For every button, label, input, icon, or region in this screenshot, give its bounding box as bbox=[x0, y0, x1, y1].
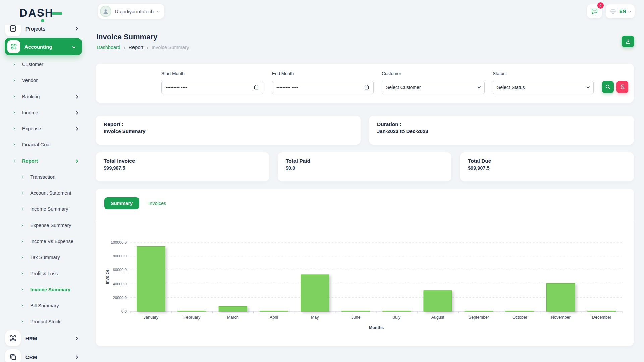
svg-text:April: April bbox=[270, 315, 278, 320]
sidebar-item-label: Tax Summary bbox=[30, 255, 78, 260]
customer-select[interactable]: Select Customer bbox=[382, 81, 485, 94]
apply-filter-button[interactable] bbox=[602, 81, 614, 93]
bullet-icon bbox=[21, 224, 24, 227]
end-month-input[interactable]: --------- ---- bbox=[272, 81, 374, 94]
sidebar-item-hrm[interactable]: HRM bbox=[0, 330, 87, 346]
company-selector[interactable]: Rajodiya infotech bbox=[98, 4, 164, 19]
bullet-icon bbox=[13, 63, 16, 66]
sidebar-item-label: Product Stock bbox=[30, 319, 78, 324]
sidebar: DASH ProjectsAccountingCustomerVendorBan… bbox=[0, 0, 87, 362]
customer-label: Customer bbox=[382, 71, 401, 76]
sidebar-item-accounting[interactable]: Accounting bbox=[5, 38, 82, 55]
sidebar-item-income-vs-expense[interactable]: Income Vs Expense bbox=[0, 233, 87, 249]
invoice-bar-chart: 0.020000.040000.060000.080000.0100000.0J… bbox=[104, 234, 627, 339]
chevron-right-icon bbox=[75, 337, 78, 340]
notifications-button[interactable]: 0 bbox=[587, 4, 602, 18]
logo-dot-icon bbox=[41, 19, 44, 22]
grid-plus-icon bbox=[10, 43, 17, 50]
sidebar-item-label: Expense bbox=[22, 126, 70, 131]
clear-filter-icon bbox=[620, 84, 625, 90]
sidebar-item-projects[interactable]: Projects bbox=[0, 25, 87, 37]
sidebar-item-income-summary[interactable]: Income Summary bbox=[0, 201, 87, 217]
sidebar-item-tax-summary[interactable]: Tax Summary bbox=[0, 249, 87, 265]
sidebar-item-label: Income bbox=[22, 110, 70, 115]
chevron-right-icon bbox=[75, 111, 78, 114]
svg-text:July: July bbox=[393, 315, 401, 320]
status-select-value: Select Status bbox=[497, 85, 525, 90]
total-invoice-label: Total Invoice bbox=[104, 158, 261, 164]
sidebar-item-label: Banking bbox=[22, 94, 70, 99]
sidebar-item-label: CRM bbox=[25, 354, 71, 360]
svg-text:June: June bbox=[351, 315, 360, 320]
sidebar-item-expense-summary[interactable]: Expense Summary bbox=[0, 217, 87, 233]
svg-text:October: October bbox=[512, 315, 527, 320]
svg-text:Months: Months bbox=[369, 325, 384, 330]
end-month-value: --------- ---- bbox=[276, 85, 298, 90]
people-icon bbox=[9, 334, 17, 342]
start-month-value: --------- ---- bbox=[166, 85, 187, 90]
svg-text:November: November bbox=[551, 315, 571, 320]
chevron-right-icon bbox=[75, 95, 78, 98]
chevron-right-icon bbox=[75, 159, 78, 163]
brand-logo-text: DASH bbox=[19, 7, 54, 19]
reset-filter-button[interactable] bbox=[616, 81, 628, 93]
duration-label: Duration : bbox=[377, 121, 626, 127]
bullet-icon bbox=[13, 143, 16, 146]
sidebar-item-bill-summary[interactable]: Bill Summary bbox=[0, 298, 87, 314]
report-value: Invoice Summary bbox=[104, 128, 353, 134]
status-label: Status bbox=[493, 71, 505, 76]
sidebar-nav: ProjectsAccountingCustomerVendorBankingI… bbox=[0, 25, 87, 362]
user-icon bbox=[102, 8, 109, 15]
tab-invoices[interactable]: Invoices bbox=[148, 201, 166, 206]
sidebar-item-income[interactable]: Income bbox=[0, 105, 87, 121]
sidebar-item-expense[interactable]: Expense bbox=[0, 121, 87, 137]
sidebar-item-vendor[interactable]: Vendor bbox=[0, 72, 87, 88]
bullet-icon bbox=[21, 207, 24, 211]
sidebar-item-account-statement[interactable]: Account Statement bbox=[0, 185, 87, 201]
sidebar-item-label: Bill Summary bbox=[30, 303, 78, 308]
sidebar-item-crm[interactable]: CRM bbox=[0, 349, 87, 362]
breadcrumb: Dashboard › Report › Invoice Summary bbox=[97, 45, 189, 50]
status-select[interactable]: Select Status bbox=[493, 81, 594, 94]
breadcrumb-dashboard[interactable]: Dashboard bbox=[97, 45, 120, 50]
layers-icon bbox=[9, 353, 17, 361]
grid-plus-icon bbox=[7, 40, 20, 53]
svg-text:December: December bbox=[592, 315, 611, 320]
sidebar-item-banking[interactable]: Banking bbox=[0, 88, 87, 105]
sidebar-item-label: Report bbox=[22, 158, 70, 164]
total-paid-label: Total Paid bbox=[286, 158, 443, 164]
tasks-icon bbox=[9, 25, 17, 33]
sidebar-item-invoice-summary[interactable]: Invoice Summary bbox=[0, 282, 87, 298]
sidebar-item-report[interactable]: Report bbox=[0, 153, 87, 169]
brand-logo[interactable]: DASH bbox=[19, 7, 62, 19]
svg-text:May: May bbox=[311, 315, 319, 320]
tab-summary[interactable]: Summary bbox=[104, 197, 139, 209]
total-due-label: Total Due bbox=[468, 158, 626, 164]
sidebar-item-customer[interactable]: Customer bbox=[0, 56, 87, 72]
chevron-down-icon bbox=[157, 9, 160, 12]
chevron-right-icon: › bbox=[147, 44, 148, 50]
language-selector[interactable]: EN bbox=[606, 4, 635, 18]
svg-text:August: August bbox=[431, 315, 444, 320]
sidebar-item-transaction[interactable]: Transaction bbox=[0, 169, 87, 185]
breadcrumb-current: Invoice Summary bbox=[152, 45, 189, 50]
bullet-icon bbox=[13, 159, 16, 163]
bullet-icon bbox=[21, 320, 24, 323]
sidebar-item-product-stock[interactable]: Product Stock bbox=[0, 314, 87, 330]
sidebar-item-label: Accounting bbox=[24, 44, 68, 50]
sidebar-item-finacial-goal[interactable]: Finacial Goal bbox=[0, 137, 87, 153]
svg-text:20000.0: 20000.0 bbox=[113, 296, 127, 300]
sidebar-item-label: HRM bbox=[25, 336, 71, 341]
bullet-icon bbox=[21, 288, 24, 291]
duration-value: Jan-2023 to Dec-2023 bbox=[377, 128, 626, 134]
sidebar-item-profit-loss[interactable]: Profit & Loss bbox=[0, 265, 87, 282]
export-download-button[interactable] bbox=[622, 36, 634, 47]
chevron-down-icon bbox=[72, 45, 76, 48]
sidebar-item-label: Projects bbox=[25, 26, 71, 32]
sidebar-item-label: Invoice Summary bbox=[30, 287, 78, 292]
svg-text:40000.0: 40000.0 bbox=[113, 282, 127, 286]
download-icon bbox=[625, 38, 631, 45]
breadcrumb-report[interactable]: Report bbox=[129, 45, 144, 50]
bullet-icon bbox=[21, 256, 24, 259]
start-month-input[interactable]: --------- ---- bbox=[161, 81, 263, 94]
